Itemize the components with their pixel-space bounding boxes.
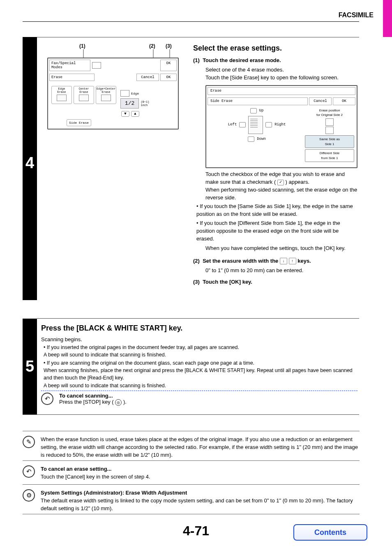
note-3: ⚙ System Settings (Administrator): Erase… [23,485,360,517]
sub1-title: Touch the desired erase mode. [203,57,281,63]
step4-heading: Select the erase settings. [193,43,357,53]
edge-erase-icon [57,95,67,101]
sub2-p1: 0" to 1" (0 mm to 20 mm) can be entered. [205,267,357,275]
step5-heading: Press the [BLACK & WHITE START] key. [41,323,357,333]
undo-icon: ↶ [41,393,53,405]
row3-rule [23,414,359,415]
note1-bottom-rule [23,460,360,461]
note2-body: Touch the [Cancel] key in the screen of … [41,473,150,481]
after-p3: When you have completed the settings, to… [205,245,357,252]
down-arrow-key-icon: ↓ [280,258,287,264]
se-document-icon [248,116,263,134]
sub1-num: (1) [193,57,200,63]
sub1-p2: Touch the [Side Erase] key to open the f… [205,74,357,82]
after-p1b: ) appears. [285,179,309,185]
se-same-side-button[interactable]: Same Side as Side 1 [305,135,354,148]
erase-settings-panel: Fax/Special Modes OK Erase Cancel OK Edg… [47,58,179,130]
note1-text: When the erase function is used, erase t… [41,436,360,459]
cancel-body-a: Press the [STOP] key ( [59,399,114,405]
center-erase-mode[interactable]: Center Erase [74,86,94,104]
step4-number: 4 [23,154,37,172]
se-erase-label: Erase [208,87,355,95]
cancel-body-b: ). [123,399,127,405]
checkmark-icon: ✓ [277,180,284,185]
step5-bullet-1: If you inserted the original pages in th… [44,344,357,358]
note3-bottom-rule [23,514,360,514]
cancel-button[interactable]: Cancel [136,74,159,81]
callout-2: (2) [149,43,155,49]
se-diff-side-button[interactable]: Different Side from Side 1 [305,149,354,162]
preview-icon [90,60,103,71]
callout-3: (3) [166,43,172,49]
pencil-icon: ✎ [23,436,35,448]
sub3-num: (3) [193,279,200,285]
se-up-checkbox[interactable] [250,108,257,113]
contents-button[interactable]: Contents [293,524,367,541]
page-edge-icon [120,90,129,97]
note3-title: System Settings (Administrator): Erase W… [41,489,360,497]
cancel-scanning-title: To cancel scanning... [59,393,127,399]
side-erase-button[interactable]: Side Erase [67,119,91,126]
cancel-scanning-note: ↶ To cancel scanning... Press the [STOP]… [41,393,357,406]
sub1-p1: Select one of the 4 erase modes. [205,66,357,74]
se-side-erase-label: Side Erase [208,97,308,105]
step5-number: 5 [23,358,37,375]
edge-center-erase-icon [101,95,111,101]
header-rule [23,21,359,22]
section-color-tab [383,0,392,37]
se-left-label: Left [228,122,237,127]
note2-bottom-rule [23,484,360,485]
width-increase-button[interactable]: ▲ [131,111,139,117]
note2-title: To cancel an erase setting... [41,465,150,473]
se-overlay-icon-1 [325,118,334,126]
step5-bullet-2: If you are scanning the original on the … [44,359,357,389]
undo-icon-2: ↶ [23,465,35,478]
sub2-num: (2) [193,258,200,264]
erase-label: Erase [49,74,95,81]
erase-width-unit: (0~1) inch [141,100,149,107]
after-p2: When performing two-sided scanning, set … [205,186,357,202]
side-erase-panel: Erase Side Erase Cancel OK Up Left Right… [205,85,357,169]
se-left-checkbox[interactable] [239,122,246,127]
edge-center-erase-label: Edge+Center Erase [97,87,115,94]
se-down-checkbox[interactable] [248,136,254,142]
up-arrow-key-icon: ↑ [289,258,296,264]
note3-body: The default erase width setting is linke… [41,497,360,513]
sub2-title-b: keys. [297,258,311,264]
stop-key-icon: ◎ [115,399,122,406]
note-1: ✎ When the erase function is used, erase… [23,432,360,463]
after-p1a: Touch the checkbox of the edge that you … [205,171,345,185]
step5-p1: Scanning begins. [41,336,357,344]
step5-instructions: Press the [BLACK & WHITE START] key. Sca… [41,323,357,390]
callout-1: (1) [79,43,85,49]
step4-top-rule [37,37,359,37]
se-right-checkbox[interactable] [265,122,272,127]
note1-top-rule [23,431,360,431]
se-down-label: Down [257,136,266,142]
edge-erase-label: Edge Erase [57,87,66,94]
edge-width-label: Edge [131,92,139,95]
se-overlay-icon-2 [325,127,334,134]
se-up-label: Up [259,108,264,113]
dashed-separator [41,391,357,391]
erase-width-group: Edge 1/2 (0~1) inch ▼ ▲ [120,86,175,118]
sub3-title: Touch the [OK] key. [203,279,252,285]
note-2: ↶ To cancel an erase setting... Touch th… [23,461,360,485]
edge-center-erase-mode[interactable]: Edge+Center Erase [96,86,116,104]
ok-button-top[interactable]: OK [160,60,177,71]
ok-button[interactable]: OK [160,74,177,81]
se-right-label: Right [274,122,286,127]
callout-lines [47,49,179,58]
center-erase-icon [79,95,89,101]
bullet-2: If you touch the [Different Side from Si… [196,220,357,243]
gear-icon: ⚙ [23,489,35,502]
center-erase-label: Center Erase [78,87,89,94]
width-decrease-button[interactable]: ▼ [121,111,129,117]
step4-instructions: Select the erase settings. (1) Touch the… [193,41,357,288]
header-title: FACSIMILE [339,12,374,19]
bullet-1: If you touch the [Same Side as Side 1] k… [196,203,357,218]
se-cancel-button[interactable]: Cancel [309,97,332,105]
step5-top-rule [37,318,359,319]
edge-erase-mode[interactable]: Edge Erase [51,86,72,104]
se-ok-button[interactable]: OK [333,97,355,105]
